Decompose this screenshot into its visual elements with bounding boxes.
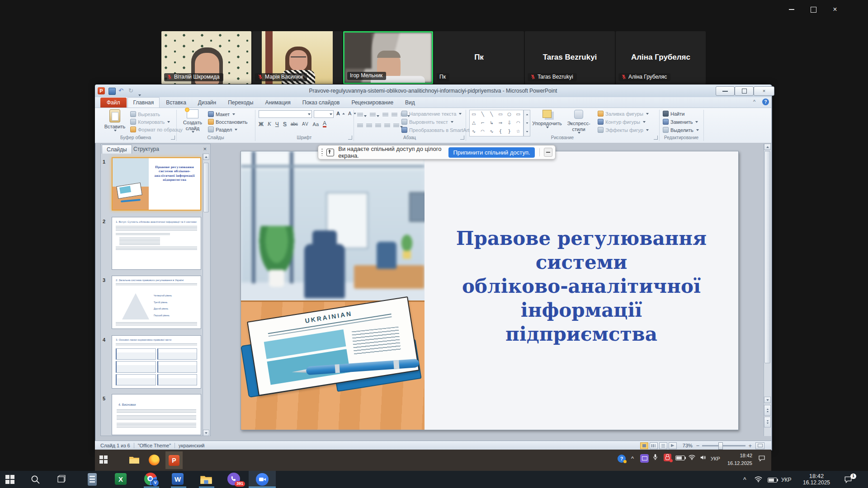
cut-button[interactable]: Вырезать bbox=[130, 111, 160, 117]
tab-transitions[interactable]: Переходы bbox=[222, 98, 259, 108]
shape-icon[interactable]: ◠ bbox=[479, 127, 487, 136]
participant-tile-taras[interactable]: Taras Bezrukyi Taras Bezrukyi bbox=[525, 31, 615, 84]
tab-insert[interactable]: Вставка bbox=[160, 98, 192, 108]
scroll-down-button[interactable] bbox=[764, 397, 771, 403]
arrange-button[interactable]: Упорядочить bbox=[533, 110, 561, 128]
participant-tile-ihor-active-speaker[interactable]: Ігор Мельник bbox=[343, 31, 433, 84]
scroll-up-button[interactable] bbox=[203, 154, 209, 160]
scroll-down-button[interactable] bbox=[203, 430, 209, 436]
shape-icon[interactable]: ☆ bbox=[514, 127, 522, 136]
tray-chevron-up-icon[interactable]: ^ bbox=[743, 476, 746, 483]
tab-slides-panel[interactable]: Слайды bbox=[102, 145, 132, 154]
decrease-indent-button[interactable] bbox=[382, 111, 388, 119]
panel-scrollbar[interactable] bbox=[203, 154, 210, 436]
word-icon[interactable]: W bbox=[172, 473, 184, 485]
start-button[interactable] bbox=[5, 475, 14, 484]
slide-thumbnail-4[interactable]: 3. Основні ланки нормативно-правової мет… bbox=[112, 335, 201, 389]
shape-icon[interactable]: △ bbox=[470, 119, 478, 127]
shrink-font-button[interactable]: А bbox=[348, 111, 357, 116]
ribbon-collapse-icon[interactable]: ^ bbox=[753, 99, 755, 104]
zoom-out-button[interactable]: − bbox=[696, 442, 700, 449]
search-icon[interactable] bbox=[30, 474, 41, 485]
participant-tile-pk[interactable]: Пк Пк bbox=[434, 31, 524, 84]
format-painter-button[interactable]: Формат по образцу bbox=[130, 127, 183, 132]
next-slide-button[interactable] bbox=[764, 417, 771, 427]
zoom-minimize-button[interactable] bbox=[787, 5, 797, 14]
shape-icon[interactable]: ⇒ bbox=[496, 119, 505, 127]
copy-button[interactable]: Копировать bbox=[130, 119, 170, 125]
slide-canvas[interactable]: UKRAINIAN Правове регулювання системи об… bbox=[241, 151, 739, 430]
zoom-slider[interactable] bbox=[702, 445, 745, 446]
panel-close-icon[interactable]: × bbox=[203, 145, 207, 152]
tab-home[interactable]: Главная bbox=[127, 97, 160, 108]
tray-battery-icon[interactable] bbox=[675, 455, 685, 460]
slideshow-view-button[interactable] bbox=[669, 442, 677, 449]
tab-slideshow[interactable]: Показ слайдов bbox=[297, 98, 345, 108]
screen-share-icon[interactable] bbox=[640, 454, 649, 463]
tray-wifi-icon[interactable] bbox=[688, 454, 696, 460]
drawing-dialog-launcher-icon[interactable] bbox=[654, 136, 658, 140]
bold-button[interactable]: Ж bbox=[259, 121, 264, 127]
convert-to-smartart-button[interactable]: Преобразовать в SmartArt bbox=[401, 127, 475, 133]
action-center-icon[interactable]: 1 bbox=[844, 475, 853, 483]
font-color-button[interactable]: А bbox=[323, 121, 326, 127]
replace-button[interactable]: Заменить bbox=[663, 119, 698, 125]
find-button[interactable]: Найти bbox=[663, 111, 684, 117]
shape-outline-button[interactable]: Контур фигуры bbox=[598, 119, 646, 125]
bullets-button[interactable] bbox=[357, 111, 367, 119]
tab-animations[interactable]: Анимация bbox=[259, 98, 296, 108]
tab-design[interactable]: Дизайн bbox=[193, 98, 222, 108]
section-button[interactable]: Раздел bbox=[208, 127, 237, 132]
shape-icon[interactable]: ∿ bbox=[487, 127, 495, 136]
paste-button[interactable]: Вставить bbox=[103, 109, 127, 131]
underline-button[interactable]: Ч bbox=[275, 121, 279, 127]
align-left-button[interactable] bbox=[357, 122, 363, 130]
banner-minimize-button[interactable] bbox=[544, 148, 552, 157]
viber-icon[interactable]: 391 bbox=[227, 472, 241, 486]
zoom-maximize-button[interactable] bbox=[808, 5, 818, 14]
firefox-icon[interactable] bbox=[148, 454, 160, 466]
chrome-icon[interactable]: V bbox=[144, 472, 157, 486]
text-direction-button[interactable]: Направление текста bbox=[401, 111, 462, 117]
justify-button[interactable] bbox=[384, 122, 390, 130]
reset-button[interactable]: Восстановить bbox=[208, 119, 247, 125]
tray-notifications-icon[interactable] bbox=[758, 455, 766, 462]
participant-tile-mariia[interactable]: Марія Василюк bbox=[252, 31, 342, 84]
shape-icon[interactable]: ▭ bbox=[496, 110, 505, 118]
italic-button[interactable]: К bbox=[268, 121, 271, 127]
normal-view-button[interactable] bbox=[640, 442, 648, 449]
text-shadow-button[interactable]: S bbox=[283, 121, 287, 127]
drag-handle-icon[interactable] bbox=[321, 149, 323, 156]
powerpoint-taskbar-button-active[interactable]: P bbox=[165, 451, 183, 469]
shape-icon[interactable]: ↳ bbox=[487, 119, 495, 127]
tray-clock[interactable]: 18:42 16.12.2025 bbox=[724, 452, 752, 467]
tray-clock[interactable]: 18:42 16.12.2025 bbox=[797, 473, 835, 486]
file-explorer-icon[interactable] bbox=[128, 454, 140, 466]
tray-battery-icon[interactable] bbox=[768, 478, 777, 483]
scroll-up-button[interactable] bbox=[764, 144, 771, 150]
character-spacing-button[interactable]: AV bbox=[302, 122, 309, 127]
pp-minimize-button[interactable] bbox=[715, 86, 735, 96]
layout-button[interactable]: Макет bbox=[208, 111, 235, 117]
language-indicator[interactable]: украинский bbox=[179, 443, 204, 448]
tab-file[interactable]: Файл bbox=[100, 98, 127, 108]
slide-thumbnail-5[interactable]: 4. Висновки bbox=[112, 394, 201, 435]
tray-chevron-up-icon[interactable]: ^ bbox=[631, 455, 634, 462]
shape-icon[interactable]: ⇩ bbox=[505, 119, 514, 127]
tab-review[interactable]: Рецензирование bbox=[346, 98, 399, 108]
help-icon[interactable]: ? bbox=[618, 455, 626, 463]
slide-thumbnail-2[interactable]: 1. Вступ: Сутність обліково-аналітичної … bbox=[112, 217, 201, 270]
powerpoint-titlebar[interactable]: P ↶ ↻ Pravove-regulyuvannya-sistemi-obli… bbox=[95, 84, 771, 97]
shape-icon[interactable]: ∿ bbox=[470, 127, 478, 136]
participant-tile-vitalii[interactable]: Віталій Шкромида bbox=[161, 31, 251, 84]
numbering-button[interactable] bbox=[370, 111, 379, 119]
quick-styles-button[interactable]: Экспресс-стили bbox=[562, 110, 595, 134]
shapes-gallery-scroll[interactable] bbox=[524, 110, 530, 136]
pp-close-button[interactable]: × bbox=[753, 86, 774, 96]
scrollbar-thumb[interactable] bbox=[203, 163, 209, 212]
increase-indent-button[interactable] bbox=[392, 111, 397, 119]
shape-fill-button[interactable]: Заливка фигуры bbox=[598, 111, 649, 117]
zoom-taskbar-button-active[interactable] bbox=[249, 471, 276, 488]
shape-icon[interactable]: ╲ bbox=[487, 110, 495, 118]
excel-icon[interactable]: X bbox=[115, 473, 127, 485]
